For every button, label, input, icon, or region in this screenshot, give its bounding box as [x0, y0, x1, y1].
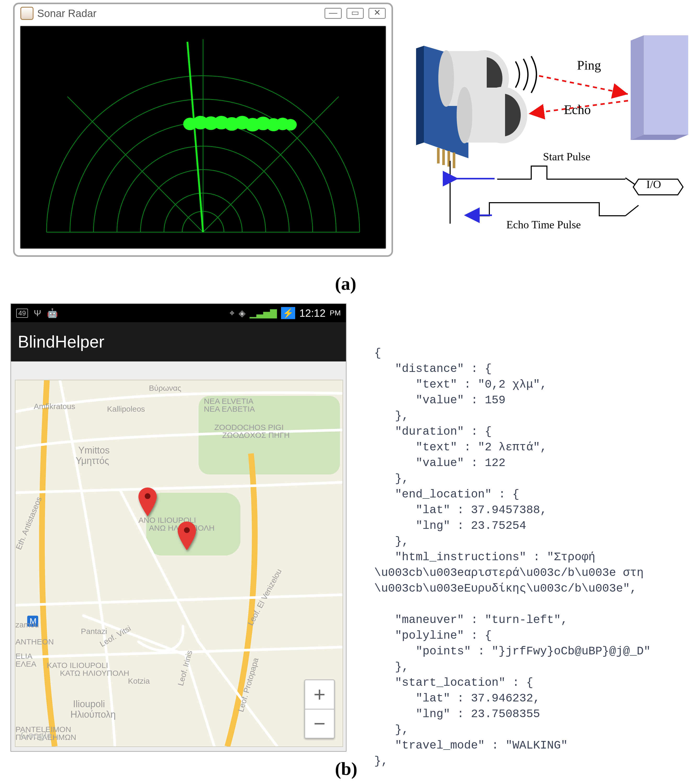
zoom-out-button[interactable]: − [305, 710, 334, 738]
android-statusbar: 49 Ψ 🤖 ⌖ ◈ ▁▃▅▇ ⚡ 12:12 PM [11, 304, 346, 322]
svg-text:Ηλιούπολη: Ηλιούπολη [70, 709, 116, 720]
map-marker-b[interactable] [178, 521, 196, 550]
svg-text:ΝΕΑ ΕΛΒΕΤΙΑ: ΝΕΑ ΕΛΒΕΤΙΑ [204, 404, 255, 413]
svg-text:KATO ILIOUPOLI: KATO ILIOUPOLI [47, 661, 108, 669]
ping-label: Ping [577, 58, 601, 73]
sonar-radar-window: Sonar Radar — ▭ ✕ [13, 3, 393, 257]
caption-a: (a) [335, 273, 357, 294]
zoom-in-button[interactable]: + [305, 680, 334, 710]
svg-rect-21 [453, 153, 455, 168]
svg-text:Leof. Irinis: Leof. Irinis [176, 649, 194, 687]
svg-rect-19 [442, 149, 445, 165]
start-pulse-label: Start Pulse [543, 150, 590, 163]
svg-text:Ilioupoli: Ilioupoli [73, 699, 105, 709]
svg-text:Amfikratous: Amfikratous [34, 402, 75, 411]
map-view[interactable]: M Βύρωνας NEA ELVETIA ΝΕΑ ΕΛΒΕΤΙΑ ZOODOC… [15, 380, 343, 747]
svg-text:ELIA: ELIA [15, 652, 32, 661]
clock-ampm: PM [330, 309, 341, 317]
svg-point-14 [284, 119, 297, 130]
ultrasonic-diagram: Ping Echo Start Pulse Echo Time Pulse I/… [416, 35, 688, 234]
map-marker-a[interactable] [138, 488, 157, 516]
svg-text:Kallipoleos: Kallipoleos [107, 404, 145, 413]
svg-point-15 [183, 118, 197, 130]
svg-line-2 [67, 97, 203, 232]
window-titlebar[interactable]: Sonar Radar — ▭ ✕ [15, 4, 392, 23]
svg-point-73 [184, 527, 190, 533]
wifi-icon: ◈ [239, 308, 245, 318]
svg-point-72 [145, 493, 150, 499]
svg-point-25 [438, 50, 454, 107]
zoom-control[interactable]: + − [304, 679, 335, 739]
svg-text:ΕΛΕΑ: ΕΛΕΑ [15, 660, 37, 668]
svg-text:Kotzia: Kotzia [128, 677, 150, 685]
svg-line-33 [539, 76, 628, 94]
svg-text:Υμηττός: Υμηττός [76, 455, 109, 466]
svg-marker-30 [631, 35, 644, 140]
app-title: BlindHelper [11, 322, 346, 361]
svg-text:ΚΑΤΩ ΗΛΙΟΥΠΟΛΗ: ΚΑΤΩ ΗΛΙΟΥΠΟΛΗ [60, 669, 129, 677]
battery-icon: 49 [16, 309, 28, 318]
svg-text:ΖΩΟΔΟΧΟΣ ΠΗΓΗ: ΖΩΟΔΟΧΟΣ ΠΗΓΗ [222, 431, 290, 439]
window-title: Sonar Radar [37, 8, 97, 19]
svg-line-37 [625, 205, 638, 216]
map-attribution: Google [21, 729, 52, 741]
io-label: I/O [647, 178, 661, 191]
svg-text:ANTHEON: ANTHEON [15, 637, 54, 646]
svg-text:Ymittos: Ymittos [78, 445, 110, 456]
svg-text:ZOODOCHOS PIGI: ZOODOCHOS PIGI [214, 423, 284, 431]
echo-label: Echo [564, 102, 591, 117]
directions-json: { "distance" : { "text" : "0,2 χλμ", "va… [374, 345, 688, 769]
minimize-button[interactable]: — [325, 8, 342, 19]
close-button[interactable]: ✕ [368, 8, 386, 19]
svg-line-4 [187, 42, 203, 232]
svg-text:zamou: zamou [15, 621, 39, 629]
usb-icon: Ψ [34, 308, 41, 318]
caption-b: (b) [335, 759, 357, 779]
label-vyronas: Βύρωνας [149, 384, 181, 392]
radar-display [20, 26, 386, 249]
phone-mockup: 49 Ψ 🤖 ⌖ ◈ ▁▃▅▇ ⚡ 12:12 PM BlindHelper [10, 303, 347, 752]
maximize-button[interactable]: ▭ [347, 8, 364, 19]
bluetooth-icon: ⌖ [230, 308, 235, 318]
svg-text:Pantazi: Pantazi [81, 627, 107, 636]
battery-charge-icon: ⚡ [281, 307, 295, 319]
svg-marker-17 [416, 46, 424, 145]
java-coffee-icon [20, 7, 33, 20]
signal-icon: ▁▃▅▇ [250, 308, 277, 318]
android-robot-icon: 🤖 [47, 308, 58, 318]
echo-time-pulse-label: Echo Time Pulse [507, 218, 581, 231]
svg-marker-31 [644, 35, 688, 135]
clock-time: 12:12 [299, 307, 325, 319]
svg-text:NEA ELVETIA: NEA ELVETIA [204, 397, 253, 405]
svg-point-29 [457, 87, 472, 143]
svg-rect-18 [437, 148, 440, 163]
